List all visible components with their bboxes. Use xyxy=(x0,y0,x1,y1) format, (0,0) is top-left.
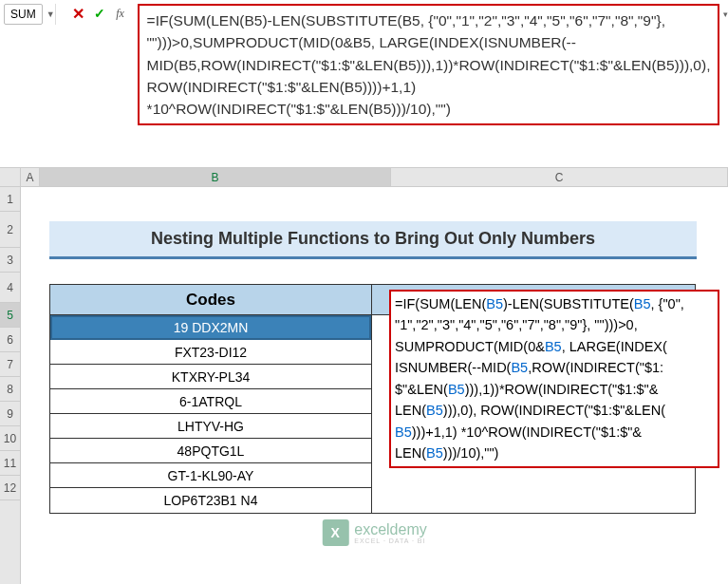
name-box[interactable]: SUM xyxy=(4,4,43,25)
row-header-1[interactable]: 1 xyxy=(0,187,20,212)
row-header-10[interactable]: 10 xyxy=(0,426,20,451)
row-header-8[interactable]: 8 xyxy=(0,377,20,402)
formula-bar-input[interactable]: =IF(SUM(LEN(B5)-LEN(SUBSTITUTE(B5, {"0",… xyxy=(138,4,720,125)
watermark-logo-icon: X xyxy=(322,519,348,546)
fx-icon[interactable]: fx xyxy=(111,4,130,23)
cell-b5[interactable]: 19 DDX2MN xyxy=(50,315,371,340)
cell-b10[interactable]: 48PQTG1L xyxy=(50,439,371,463)
row-header-3[interactable]: 3 xyxy=(0,248,20,273)
cell-b12[interactable]: LOP6T23B1 N4 xyxy=(50,488,371,513)
cell-b9[interactable]: LHTYV-HG xyxy=(50,414,371,439)
name-box-dropdown-icon[interactable]: ▼ xyxy=(47,4,56,25)
row-header-7[interactable]: 7 xyxy=(0,352,20,377)
row-header-9[interactable]: 9 xyxy=(0,402,20,426)
watermark-brand: exceldemy xyxy=(354,522,426,537)
select-all-corner[interactable] xyxy=(0,168,20,187)
row-header-6[interactable]: 6 xyxy=(0,328,20,352)
cell-b6[interactable]: FXT23-DI12 xyxy=(50,340,371,365)
confirm-formula-button[interactable]: ✓ xyxy=(90,4,109,23)
row-header-2[interactable]: 2 xyxy=(0,212,20,248)
cancel-formula-button[interactable]: ✕ xyxy=(69,4,88,23)
cell-b8[interactable]: 6-1ATRQL xyxy=(50,389,371,414)
cell-b7[interactable]: KTXRY-PL34 xyxy=(50,365,371,389)
codes-header: Codes xyxy=(50,285,371,315)
cell-b11[interactable]: GT-1-KL90-AY xyxy=(50,463,371,488)
col-header-b[interactable]: B xyxy=(40,168,391,186)
row-header-11[interactable]: 11 xyxy=(0,451,20,476)
row-header-5[interactable]: 5 xyxy=(0,303,20,328)
col-header-c[interactable]: C xyxy=(391,168,728,186)
watermark-tag: EXCEL · DATA · BI xyxy=(354,537,426,544)
watermark: X exceldemy EXCEL · DATA · BI xyxy=(322,519,426,546)
row-header-4[interactable]: 4 xyxy=(0,273,20,303)
row-header-gutter: 1 2 3 4 5 6 7 8 9 10 11 12 xyxy=(0,168,21,584)
row-header-12[interactable]: 12 xyxy=(0,476,20,500)
col-header-a[interactable]: A xyxy=(21,168,40,186)
cell-c5-formula-editor[interactable]: =IF(SUM(LEN(B5)-LEN(SUBSTITUTE(B5, {"0",… xyxy=(389,290,719,468)
page-title: Nesting Multiple Functions to Bring Out … xyxy=(49,221,697,259)
formula-expand-icon[interactable]: ▾ xyxy=(723,4,728,25)
